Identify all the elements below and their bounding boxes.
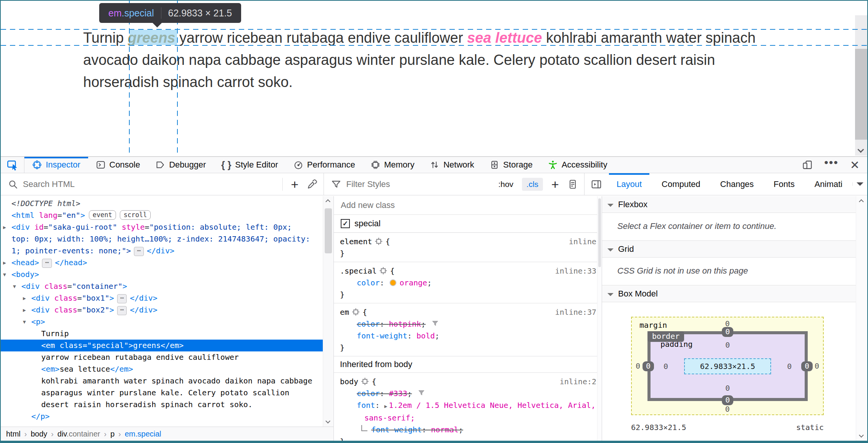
sidebar-tab-changes[interactable]: Changes [710, 173, 764, 195]
tab-network[interactable]: Network [422, 157, 482, 173]
scroll-up-arrow-icon[interactable] [325, 199, 330, 204]
markup-row-selected[interactable]: <em class="special">greens</em> [1, 340, 323, 351]
rule-selector[interactable]: em [340, 308, 349, 317]
markup-row[interactable]: 1; pointer-events: none;">⋯</div> [1, 245, 323, 257]
toggle-pseudo-classes-button[interactable]: :hov [498, 180, 514, 189]
selector-highlighter-icon[interactable] [375, 238, 382, 245]
tab-style-editor[interactable]: { }Style Editor [214, 157, 286, 173]
css-declaration[interactable]: font-weight: bold; [340, 330, 596, 342]
css-declaration[interactable]: color: hotpink; [340, 318, 596, 330]
breadcrumb-item-em-special[interactable]: em.special [125, 430, 161, 438]
margin-bottom-value[interactable]: 0 [725, 404, 730, 414]
scroll-down-arrow-icon[interactable] [858, 147, 864, 153]
toggle-classes-button[interactable]: .cls [522, 178, 543, 191]
responsive-design-mode-button[interactable] [802, 159, 813, 170]
padding-top-value[interactable]: 0 [725, 340, 730, 350]
add-new-class-input[interactable]: Add new class [334, 196, 602, 215]
markup-row[interactable]: ▼<p> [1, 316, 323, 328]
markup-row[interactable]: kohlrabi amaranth water spinach avocado … [1, 375, 323, 387]
markup-row[interactable]: ▶<div class="box1">⋯</div> [1, 292, 323, 304]
inline-expander[interactable]: ⋯ [117, 306, 127, 315]
markup-row[interactable]: asparagus winter purslane kale. Celery p… [1, 387, 323, 399]
sidebar-tab-fonts[interactable]: Fonts [764, 173, 805, 195]
margin-right-value[interactable]: 0 [815, 361, 819, 371]
rule-location-link[interactable]: inline:33 [555, 265, 596, 277]
toggle-sidebar-button[interactable] [585, 179, 607, 190]
inline-expander[interactable]: ⋯ [117, 294, 127, 303]
tab-inspector[interactable]: Inspector [24, 157, 88, 173]
flexbox-section-header[interactable]: Flexbox [602, 196, 856, 213]
markup-row[interactable]: ▶<div id="saka-gui-root" style="position… [1, 221, 323, 233]
css-declaration[interactable]: color: #333; [340, 388, 596, 400]
sidebar-tab-computed[interactable]: Computed [652, 173, 710, 195]
markup-row[interactable]: Turnip [1, 328, 323, 340]
breadcrumb-item-div[interactable]: div.container [58, 430, 100, 438]
border-left-value[interactable]: 0 [643, 361, 654, 371]
css-declaration[interactable]: color: orange; [340, 277, 596, 289]
devtools-menu-button[interactable]: ••• [824, 163, 839, 167]
box-model-content-box[interactable]: 62.9833×21.5 [684, 358, 771, 374]
selector-highlighter-icon[interactable] [352, 308, 359, 316]
markup-scrollbar[interactable] [323, 196, 333, 427]
markup-row[interactable]: <html lang="en">eventscroll [1, 209, 323, 221]
tab-debugger[interactable]: Debugger [148, 157, 214, 173]
tab-performance[interactable]: Performance [286, 157, 363, 173]
filter-styles-input[interactable]: Filter Styles [346, 179, 493, 189]
expand-arrow-icon[interactable]: ▶ [23, 292, 26, 304]
markup-row[interactable]: <em>sea lettuce</em> [1, 363, 323, 375]
expand-arrow-icon[interactable]: ▼ [13, 280, 16, 292]
markup-badge[interactable]: event [89, 210, 116, 220]
eyedropper-icon[interactable] [307, 179, 317, 190]
markup-row[interactable]: ▶<head>⋯</head> [1, 257, 323, 269]
boxmodel-section-header[interactable]: Box Model [602, 285, 856, 302]
page-scrollbar-thumb[interactable] [855, 49, 867, 140]
sidebar-tab-layout[interactable]: Layout [607, 173, 652, 195]
expand-arrow-icon[interactable]: ▼ [3, 269, 6, 280]
expand-arrow-icon[interactable]: ▶ [3, 257, 6, 269]
overridden-filter-icon[interactable] [431, 320, 439, 328]
selector-highlighter-icon[interactable] [361, 378, 369, 385]
expand-shorthand-icon[interactable]: ▶ [384, 403, 387, 409]
pick-element-button[interactable] [1, 157, 24, 173]
rule-selector[interactable]: .special [340, 266, 377, 275]
rule-selector[interactable]: body [340, 377, 358, 386]
scroll-down-arrow-icon[interactable] [859, 433, 864, 438]
expand-arrow-icon[interactable]: ▶ [3, 221, 6, 233]
search-html-input[interactable]: Search HTML [23, 179, 278, 189]
markup-row[interactable]: </p> [1, 411, 323, 422]
padding-right-value[interactable]: 0 [787, 362, 792, 371]
expand-arrow-icon[interactable]: ▼ [23, 316, 26, 328]
class-checkbox[interactable]: ✓ [341, 219, 350, 228]
markup-row[interactable]: ▶<div class="box2">⋯</div> [1, 304, 323, 316]
box-model-margin-layer[interactable]: margin 0 0 0 0 border 0 0 0 0 p [631, 317, 824, 415]
css-declaration[interactable]: font-weight: normal; [340, 424, 596, 436]
markup-row[interactable]: yarrow ricebean rutabaga endive cauliflo… [1, 351, 323, 363]
border-right-value[interactable]: 0 [801, 361, 813, 371]
page-scrollbar[interactable] [855, 15, 867, 156]
tab-accessibility[interactable]: Accessibility [540, 157, 615, 173]
padding-left-value[interactable]: 0 [663, 362, 668, 371]
tab-storage[interactable]: Storage [482, 157, 540, 173]
scroll-down-arrow-icon[interactable] [325, 419, 330, 424]
box-model-border-layer[interactable]: border 0 0 0 0 padding 0 0 0 0 [647, 331, 808, 401]
markup-row[interactable]: <!DOCTYPE html> [1, 198, 323, 209]
inline-expander[interactable]: ⋯ [42, 259, 52, 268]
markup-row[interactable]: ▼<body> [1, 269, 323, 280]
padding-bottom-value[interactable]: 0 [725, 383, 730, 393]
sidebar-tab-animati[interactable]: Animati [805, 173, 852, 195]
rule-location-link[interactable]: inline:37 [555, 306, 596, 318]
breadcrumb-item-html[interactable]: html [6, 430, 21, 438]
scroll-up-arrow-icon[interactable] [859, 199, 864, 204]
markup-scrollbar-thumb[interactable] [325, 208, 332, 253]
markup-row[interactable]: ▼<div class="container"> [1, 280, 323, 292]
markup-badge[interactable]: scroll [120, 210, 151, 220]
close-devtools-button[interactable]: ✕ [850, 158, 860, 172]
breadcrumb-item-p[interactable]: p [110, 430, 114, 438]
tab-console[interactable]: Console [88, 157, 148, 173]
selector-highlighter-icon[interactable] [380, 267, 387, 274]
color-swatch[interactable] [390, 279, 396, 286]
border-top-value[interactable]: 0 [722, 327, 733, 337]
rules-scrollbar[interactable] [597, 196, 602, 441]
margin-left-value[interactable]: 0 [636, 361, 640, 371]
all-tabs-menu-button[interactable] [852, 182, 867, 186]
